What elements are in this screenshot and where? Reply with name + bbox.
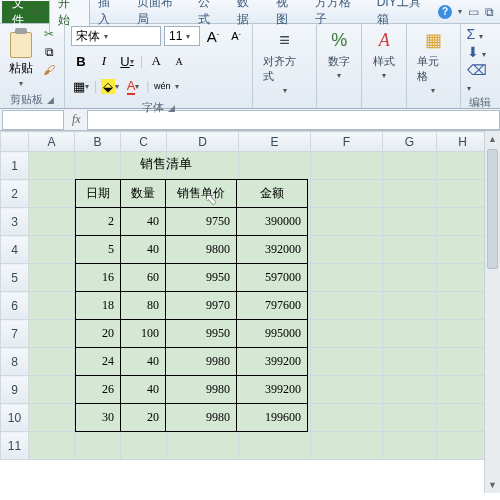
paste-button[interactable]: 粘贴 ▾ xyxy=(6,26,36,90)
font-launcher-icon[interactable]: ◢ xyxy=(168,103,175,113)
help-icon[interactable]: ? xyxy=(438,5,452,19)
cell-F9[interactable] xyxy=(311,376,383,404)
scroll-down-icon[interactable]: ▼ xyxy=(485,477,500,493)
phonetic-button[interactable]: wén xyxy=(152,76,172,96)
cell-G9[interactable] xyxy=(383,376,437,404)
cell-H9[interactable] xyxy=(437,376,489,404)
cell-A4[interactable] xyxy=(29,236,75,264)
cell-H1[interactable] xyxy=(437,152,489,180)
cell-F11[interactable] xyxy=(311,432,383,460)
bold-button[interactable]: B xyxy=(71,51,91,71)
italic-button[interactable]: I xyxy=(94,51,114,71)
cell-F3[interactable] xyxy=(311,208,383,236)
col-header-F[interactable]: F xyxy=(311,132,383,152)
cell-A5[interactable] xyxy=(29,264,75,292)
cell-G4[interactable] xyxy=(383,236,437,264)
select-all-corner[interactable] xyxy=(1,132,29,152)
name-box[interactable] xyxy=(2,110,64,130)
row-header-10[interactable]: 10 xyxy=(1,404,29,432)
grow-font-button[interactable]: Aˆ xyxy=(203,26,223,46)
cell-H4[interactable] xyxy=(437,236,489,264)
cell-A1[interactable] xyxy=(29,152,75,180)
cell-F7[interactable] xyxy=(311,320,383,348)
clear-button[interactable]: ⌫ ▾ xyxy=(467,62,494,94)
cell-A11[interactable] xyxy=(29,432,75,460)
help-dropdown-icon[interactable]: ▾ xyxy=(458,7,462,16)
cell-H6[interactable] xyxy=(437,292,489,320)
align-button[interactable]: ≡对齐方式▾ xyxy=(259,26,310,97)
worksheet[interactable]: ABCDEFGH1234567891011 销售清单 日期数量销售单价金额240… xyxy=(0,131,500,493)
cell-D11[interactable] xyxy=(167,432,239,460)
cell-H7[interactable] xyxy=(437,320,489,348)
cell-H3[interactable] xyxy=(437,208,489,236)
cell-A6[interactable] xyxy=(29,292,75,320)
row-header-6[interactable]: 6 xyxy=(1,292,29,320)
cell-B11[interactable] xyxy=(75,432,121,460)
col-header-G[interactable]: G xyxy=(383,132,437,152)
col-header-E[interactable]: E xyxy=(239,132,311,152)
cell-H10[interactable] xyxy=(437,404,489,432)
cell-A3[interactable] xyxy=(29,208,75,236)
border-button[interactable]: ▦▾ xyxy=(71,76,91,96)
col-header-D[interactable]: D xyxy=(167,132,239,152)
font-size-combo[interactable]: 11▾ xyxy=(164,26,200,46)
row-header-7[interactable]: 7 xyxy=(1,320,29,348)
autosum-button[interactable]: Σ ▾ xyxy=(467,26,484,42)
cell-G3[interactable] xyxy=(383,208,437,236)
cell-H5[interactable] xyxy=(437,264,489,292)
grow-font2-button[interactable]: A xyxy=(146,51,166,71)
cell-F5[interactable] xyxy=(311,264,383,292)
cell-F2[interactable] xyxy=(311,180,383,208)
cell-E1[interactable] xyxy=(239,152,311,180)
font-name-combo[interactable]: 宋体▾ xyxy=(71,26,161,46)
row-header-8[interactable]: 8 xyxy=(1,348,29,376)
minimize-ribbon-icon[interactable]: ▭ xyxy=(468,5,479,19)
cell-F10[interactable] xyxy=(311,404,383,432)
window-icon[interactable]: ⧉ xyxy=(485,5,494,19)
cell-A7[interactable] xyxy=(29,320,75,348)
cell-A2[interactable] xyxy=(29,180,75,208)
cells-button[interactable]: ▦单元格▾ xyxy=(413,26,453,97)
row-header-3[interactable]: 3 xyxy=(1,208,29,236)
row-header-9[interactable]: 9 xyxy=(1,376,29,404)
vertical-scrollbar[interactable]: ▲ ▼ xyxy=(484,131,500,493)
cell-H11[interactable] xyxy=(437,432,489,460)
cut-icon[interactable]: ✂ xyxy=(40,26,58,42)
shrink-font-button[interactable]: Aˇ xyxy=(226,26,246,46)
styles-button[interactable]: A样式▾ xyxy=(368,26,400,82)
copy-icon[interactable]: ⧉ xyxy=(40,44,58,60)
col-header-H[interactable]: H xyxy=(437,132,489,152)
scroll-thumb[interactable] xyxy=(487,149,498,269)
underline-button[interactable]: U▾ xyxy=(117,51,137,71)
number-button[interactable]: %数字▾ xyxy=(323,26,355,82)
cell-G7[interactable] xyxy=(383,320,437,348)
col-header-B[interactable]: B xyxy=(75,132,121,152)
cell-C11[interactable] xyxy=(121,432,167,460)
col-header-C[interactable]: C xyxy=(121,132,167,152)
clipboard-launcher-icon[interactable]: ◢ xyxy=(47,95,54,105)
cell-E11[interactable] xyxy=(239,432,311,460)
row-header-4[interactable]: 4 xyxy=(1,236,29,264)
row-header-2[interactable]: 2 xyxy=(1,180,29,208)
cell-F6[interactable] xyxy=(311,292,383,320)
cell-G10[interactable] xyxy=(383,404,437,432)
cell-A8[interactable] xyxy=(29,348,75,376)
cell-G11[interactable] xyxy=(383,432,437,460)
scroll-up-icon[interactable]: ▲ xyxy=(485,131,500,147)
shrink-font2-button[interactable]: A xyxy=(169,51,189,71)
cell-G5[interactable] xyxy=(383,264,437,292)
cell-A9[interactable] xyxy=(29,376,75,404)
cell-G6[interactable] xyxy=(383,292,437,320)
cell-G8[interactable] xyxy=(383,348,437,376)
cell-H8[interactable] xyxy=(437,348,489,376)
row-header-5[interactable]: 5 xyxy=(1,264,29,292)
file-tab[interactable]: 文件 ▾ xyxy=(2,1,49,23)
font-color-button[interactable]: A▾ xyxy=(123,76,143,96)
fill-button[interactable]: ⬇ ▾ xyxy=(467,44,487,60)
cell-G2[interactable] xyxy=(383,180,437,208)
fill-color-button[interactable]: ⬙▾ xyxy=(100,76,120,96)
cell-H2[interactable] xyxy=(437,180,489,208)
format-painter-icon[interactable]: 🖌 xyxy=(40,62,58,78)
cell-A10[interactable] xyxy=(29,404,75,432)
cell-B1[interactable] xyxy=(75,152,121,180)
